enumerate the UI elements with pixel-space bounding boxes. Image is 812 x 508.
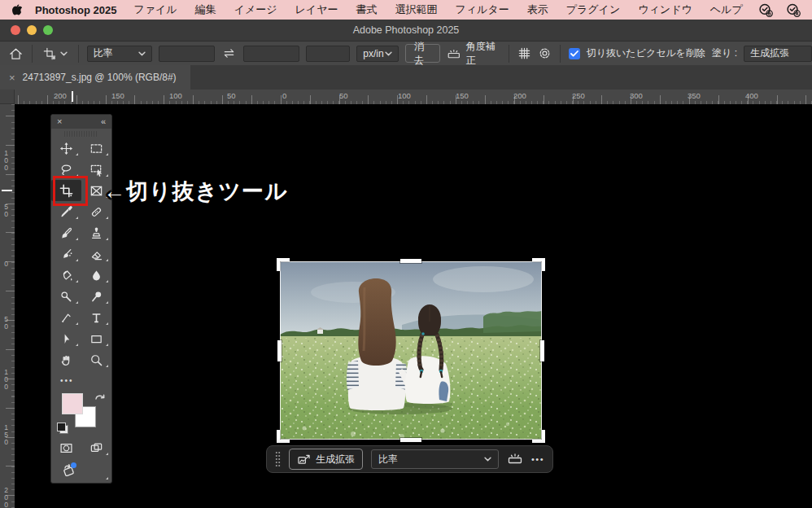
crop-ratio-select[interactable]: 比率 xyxy=(87,46,152,62)
move-icon xyxy=(59,142,73,155)
context-bar-drag-grip[interactable] xyxy=(275,451,281,467)
document-tab[interactable]: × 24713897_s.jpg @ 100% (RGB/8#) xyxy=(0,65,190,90)
crop-width-field[interactable] xyxy=(159,46,215,62)
foreground-color-swatch[interactable] xyxy=(62,393,83,414)
generative-expand-label: 生成拡張 xyxy=(316,453,355,466)
menu-item-type[interactable]: 書式 xyxy=(347,2,386,17)
zoom-window-button[interactable] xyxy=(43,25,53,35)
document-image[interactable] xyxy=(280,261,542,440)
ruler-label: 0 xyxy=(282,91,286,100)
menu-item-window[interactable]: ウィンドウ xyxy=(629,2,701,17)
menu-item-layer[interactable]: レイヤー xyxy=(286,2,347,17)
default-colors-button[interactable] xyxy=(57,423,68,434)
quick-mask-icon xyxy=(59,441,73,455)
blur-tool[interactable] xyxy=(81,265,111,286)
crop-handle-bottom[interactable] xyxy=(400,438,421,442)
eraser-icon xyxy=(89,247,103,261)
context-straighten-button[interactable] xyxy=(507,451,523,468)
apple-menu[interactable] xyxy=(11,3,22,16)
ruler-label: 400 xyxy=(745,91,758,100)
brush-icon xyxy=(59,226,73,240)
sponge-tool[interactable] xyxy=(81,286,111,307)
crop-tool-highlight-box xyxy=(53,176,88,206)
menu-item-filter[interactable]: フィルター xyxy=(446,2,517,17)
swap-dimensions-button[interactable] xyxy=(221,47,237,59)
selection-arrow-icon xyxy=(59,332,73,346)
crop-icon xyxy=(43,47,56,60)
straighten-button[interactable]: 角度補正 xyxy=(447,41,500,65)
panel-drag-grip[interactable] xyxy=(64,131,98,137)
clone-stamp-tool[interactable] xyxy=(81,222,111,243)
pen-tool[interactable] xyxy=(51,307,81,328)
active-tool-preset[interactable] xyxy=(41,47,70,60)
crop-overlay-options-button[interactable] xyxy=(517,46,531,60)
crop-handle-right[interactable] xyxy=(540,340,544,361)
move-tool[interactable] xyxy=(51,138,81,159)
panel-collapse-icon[interactable]: « xyxy=(101,117,106,126)
tools-panel-header[interactable]: × « xyxy=(51,115,111,129)
generative-expand-button[interactable]: 生成拡張 xyxy=(289,449,363,470)
menu-item-edit[interactable]: 編集 xyxy=(186,2,225,17)
menu-item-help[interactable]: ヘルプ xyxy=(701,2,752,17)
resolution-unit-select[interactable]: px/in xyxy=(356,46,399,62)
menu-item-select[interactable]: 選択範囲 xyxy=(386,2,446,17)
horizontal-ruler[interactable]: 200 150 100 50 0 50 100 150 200 250 300 … xyxy=(0,90,812,104)
rectangular-marquee-tool[interactable] xyxy=(81,138,111,159)
crop-handle-bottom-right[interactable] xyxy=(532,430,545,443)
vertical-ruler[interactable]: 100 50 0 50 100 150 200 xyxy=(0,104,15,508)
crop-resolution-field[interactable] xyxy=(306,46,351,62)
menu-app-name[interactable]: Photoshop 2025 xyxy=(27,4,124,16)
lasso-icon xyxy=(59,163,73,177)
context-more-options-button[interactable]: ••• xyxy=(531,454,544,464)
separator xyxy=(32,45,33,63)
photoshop-window: Photoshop 2025 ファイル 編集 イメージ レイヤー 書式 選択範囲… xyxy=(0,0,812,508)
delete-cropped-pixels-checkbox[interactable] xyxy=(569,48,580,59)
fill-mode-select[interactable]: 生成拡張 xyxy=(744,46,812,62)
menu-item-plugins[interactable]: プラグイン xyxy=(557,2,630,17)
clear-button[interactable]: 消去 xyxy=(405,44,440,63)
check-circle-lock-icon[interactable] xyxy=(758,2,773,17)
crop-handle-top[interactable] xyxy=(400,259,421,263)
panel-close-icon[interactable]: × xyxy=(57,117,62,126)
close-window-button[interactable] xyxy=(11,25,20,35)
edit-toolbar-button[interactable]: ••• xyxy=(51,370,111,390)
crop-handle-left[interactable] xyxy=(277,340,282,361)
crop-handle-bottom-left[interactable] xyxy=(277,430,290,443)
ruler-origin-corner[interactable] xyxy=(0,90,15,104)
quick-mask-button[interactable] xyxy=(51,437,81,458)
zoom-tool[interactable] xyxy=(81,349,111,370)
share-sync-button[interactable] xyxy=(51,458,111,483)
paint-bucket-tool[interactable] xyxy=(51,265,81,286)
chevron-down-icon xyxy=(138,51,146,56)
rectangle-tool[interactable] xyxy=(81,328,111,349)
crop-handle-top-left[interactable] xyxy=(277,258,290,271)
path-selection-tool[interactable] xyxy=(51,328,81,349)
menu-item-view[interactable]: 表示 xyxy=(518,2,557,17)
mixer-brush-tool[interactable] xyxy=(51,243,81,265)
minimize-window-button[interactable] xyxy=(27,25,37,35)
hand-icon xyxy=(59,353,73,367)
ruler-label: 150 xyxy=(456,91,469,100)
crop-handle-top-right[interactable] xyxy=(532,258,545,271)
menu-item-image[interactable]: イメージ xyxy=(225,2,286,17)
crop-settings-button[interactable] xyxy=(538,46,552,60)
home-button[interactable] xyxy=(8,46,24,61)
swap-arrows-icon xyxy=(94,392,106,401)
hand-tool[interactable] xyxy=(51,349,81,370)
checkmark-icon xyxy=(570,50,578,57)
eraser-tool[interactable] xyxy=(81,243,111,265)
type-tool[interactable] xyxy=(81,307,111,328)
stamp-icon xyxy=(89,226,103,240)
context-ratio-select[interactable]: 比率 xyxy=(371,449,499,469)
close-tab-icon[interactable]: × xyxy=(9,72,15,83)
crop-height-field[interactable] xyxy=(243,46,299,62)
screen-mode-button[interactable] xyxy=(81,437,111,458)
check-circle-x-icon[interactable] xyxy=(786,2,801,17)
chevron-down-icon xyxy=(385,51,392,56)
dodge-tool[interactable] xyxy=(51,286,81,307)
menu-item-file[interactable]: ファイル xyxy=(124,2,186,17)
brush-tool[interactable] xyxy=(51,222,81,243)
sponge-icon xyxy=(89,290,103,304)
crop-ratio-value: 比率 xyxy=(94,46,113,60)
straighten-icon xyxy=(447,46,461,60)
